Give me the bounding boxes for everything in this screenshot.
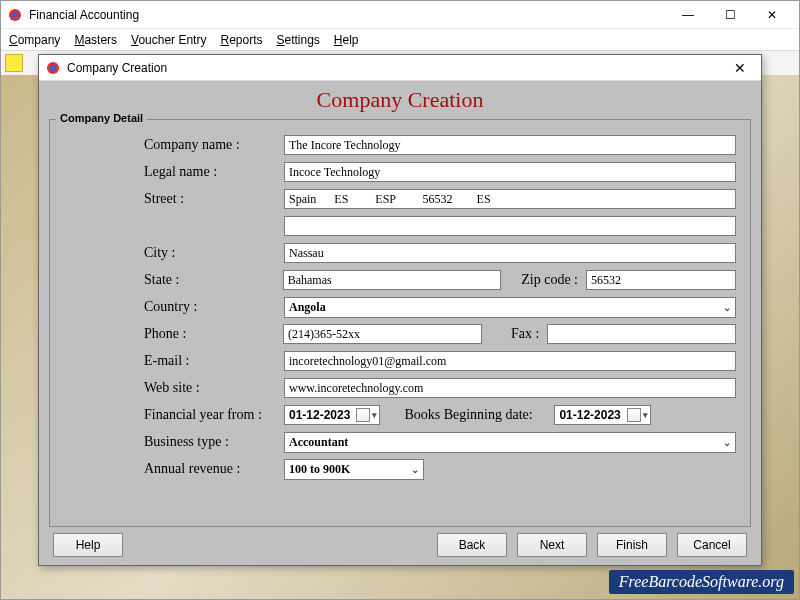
- label-street: Street :: [144, 191, 284, 207]
- label-legal-name: Legal name :: [144, 164, 284, 180]
- group-title: Company Detail: [56, 112, 147, 124]
- main-title: Financial Accounting: [29, 8, 667, 22]
- svg-point-1: [12, 12, 18, 18]
- company-detail-group: Company Detail Company name : Legal name…: [49, 119, 751, 527]
- svg-point-3: [50, 65, 56, 71]
- back-button[interactable]: Back: [437, 533, 507, 557]
- menu-voucher[interactable]: Voucher Entry: [131, 33, 206, 47]
- label-city: City :: [144, 245, 284, 261]
- menu-reports[interactable]: Reports: [220, 33, 262, 47]
- menu-help[interactable]: Help: [334, 33, 359, 47]
- menubar: Company Masters Voucher Entry Reports Se…: [1, 29, 799, 51]
- legal-name-input[interactable]: [284, 162, 736, 182]
- books-begin-datepicker[interactable]: 01-12-2023 ▾: [554, 405, 650, 425]
- fin-year-datepicker[interactable]: 01-12-2023 ▾: [284, 405, 380, 425]
- dialog-body: Company Creation Company Detail Company …: [39, 81, 761, 565]
- label-phone: Phone :: [144, 326, 283, 342]
- books-begin-value: 01-12-2023: [559, 408, 620, 422]
- phone-input[interactable]: [283, 324, 482, 344]
- label-zip: Zip code :: [509, 272, 578, 288]
- dialog-button-row: Help Back Next Finish Cancel: [49, 527, 751, 557]
- calendar-icon: [356, 408, 370, 422]
- cancel-button[interactable]: Cancel: [677, 533, 747, 557]
- dialog-icon: [45, 60, 61, 76]
- street-input[interactable]: [284, 189, 736, 209]
- website-input[interactable]: [284, 378, 736, 398]
- city-input[interactable]: [284, 243, 736, 263]
- email-input[interactable]: [284, 351, 736, 371]
- label-company-name: Company name :: [144, 137, 284, 153]
- label-fin-year: Financial year from :: [144, 407, 284, 423]
- note-icon[interactable]: [5, 54, 23, 72]
- state-input[interactable]: [283, 270, 501, 290]
- annual-revenue-select[interactable]: 100 to 900K ⌄: [284, 459, 424, 480]
- annual-revenue-value: 100 to 900K: [289, 462, 350, 477]
- menu-masters[interactable]: Masters: [74, 33, 117, 47]
- form: Company name : Legal name : Street : Cit…: [144, 134, 736, 480]
- label-website: Web site :: [144, 380, 284, 396]
- label-business-type: Business type :: [144, 434, 284, 450]
- chevron-down-icon: ⌄: [723, 437, 731, 448]
- dialog-titlebar: Company Creation ✕: [39, 55, 761, 81]
- dialog-close-button[interactable]: ✕: [725, 60, 755, 76]
- label-fax: Fax :: [490, 326, 540, 342]
- menu-settings[interactable]: Settings: [276, 33, 319, 47]
- app-icon: [7, 7, 23, 23]
- label-country: Country :: [144, 299, 284, 315]
- country-value: Angola: [289, 300, 326, 315]
- business-type-value: Accountant: [289, 435, 348, 450]
- chevron-down-icon: ▾: [372, 410, 377, 420]
- label-annual-revenue: Annual revenue :: [144, 461, 284, 477]
- maximize-button[interactable]: ☐: [709, 2, 751, 28]
- dialog-heading: Company Creation: [49, 85, 751, 119]
- fin-year-value: 01-12-2023: [289, 408, 350, 422]
- chevron-down-icon: ⌄: [723, 302, 731, 313]
- street2-input[interactable]: [284, 216, 736, 236]
- chevron-down-icon: ⌄: [411, 464, 419, 475]
- business-type-select[interactable]: Accountant ⌄: [284, 432, 736, 453]
- watermark: FreeBarcodeSoftware.org: [609, 570, 794, 594]
- finish-button[interactable]: Finish: [597, 533, 667, 557]
- company-creation-dialog: Company Creation ✕ Company Creation Comp…: [38, 54, 762, 566]
- label-books-begin: Books Beginning date:: [404, 407, 554, 423]
- label-email: E-mail :: [144, 353, 284, 369]
- country-select[interactable]: Angola ⌄: [284, 297, 736, 318]
- label-state: State :: [144, 272, 283, 288]
- fax-input[interactable]: [547, 324, 736, 344]
- minimize-button[interactable]: —: [667, 2, 709, 28]
- next-button[interactable]: Next: [517, 533, 587, 557]
- dialog-title: Company Creation: [67, 61, 725, 75]
- company-name-input[interactable]: [284, 135, 736, 155]
- calendar-icon: [627, 408, 641, 422]
- menu-company[interactable]: Company: [9, 33, 60, 47]
- chevron-down-icon: ▾: [643, 410, 648, 420]
- help-button[interactable]: Help: [53, 533, 123, 557]
- main-titlebar: Financial Accounting — ☐ ✕: [1, 1, 799, 29]
- zip-input[interactable]: [586, 270, 736, 290]
- close-button[interactable]: ✕: [751, 2, 793, 28]
